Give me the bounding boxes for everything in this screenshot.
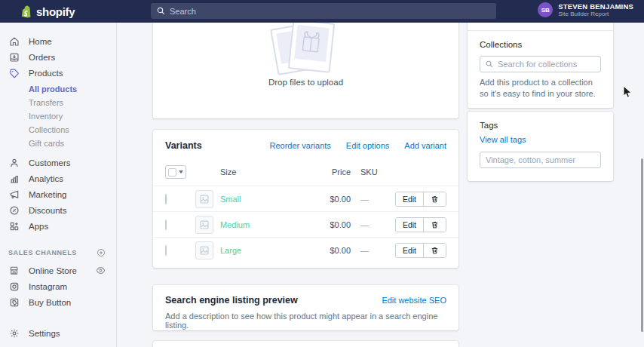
sidebar-item-apps[interactable]: Apps xyxy=(0,218,116,234)
shopify-bag-icon xyxy=(20,5,32,19)
add-variant-link[interactable]: Add variant xyxy=(404,141,446,150)
sidebar-item-label: Orders xyxy=(29,53,55,62)
orders-icon xyxy=(8,51,20,63)
variant-row-small: Small $0.00 — Edit xyxy=(153,186,458,211)
topbar: shopify Search SB STEVEN BENJAMINS Site … xyxy=(0,0,644,23)
edit-options-link[interactable]: Edit options xyxy=(346,141,389,150)
tags-card: Tags View all tags xyxy=(468,112,613,181)
variant-sku: — xyxy=(360,246,391,255)
variants-card: Variants Reorder variants Edit options A… xyxy=(153,130,458,268)
variant-image-placeholder-icon[interactable] xyxy=(195,216,213,234)
sidebar-item-settings[interactable]: Settings xyxy=(0,325,116,341)
sidebar-item-instagram[interactable]: Instagram xyxy=(0,278,116,294)
user-name: STEVEN BENJAMINS xyxy=(558,2,633,11)
sidebar-item-discounts[interactable]: Discounts xyxy=(0,202,116,218)
sidebar-item-label: Online Store xyxy=(29,266,77,275)
customers-icon xyxy=(8,157,20,168)
seo-card: Search engine listing preview Edit websi… xyxy=(153,285,458,330)
row-checkbox[interactable] xyxy=(165,194,167,204)
sidebar-item-label: Marketing xyxy=(29,190,67,199)
variant-link[interactable]: Medium xyxy=(220,220,250,229)
tags-field[interactable] xyxy=(486,155,595,164)
avatar: SB xyxy=(538,2,553,17)
shopify-logo[interactable]: shopify xyxy=(20,5,75,19)
sidebar-item-label: Home xyxy=(29,37,52,46)
apps-icon xyxy=(8,220,20,232)
instagram-icon xyxy=(8,281,20,292)
search-placeholder: Search xyxy=(170,7,196,16)
sidebar-item-collections[interactable]: Collections xyxy=(0,123,116,137)
sidebar-item-products[interactable]: Products xyxy=(0,65,116,81)
variants-table-header: Size Price SKU xyxy=(153,158,458,186)
delete-variant-button[interactable] xyxy=(423,218,446,232)
view-online-store-icon[interactable] xyxy=(96,266,106,275)
reorder-variants-link[interactable]: Reorder variants xyxy=(270,141,331,150)
edit-variant-button[interactable]: Edit xyxy=(396,192,423,206)
sidebar-item-inventory[interactable]: Inventory xyxy=(0,109,116,123)
variants-title: Variants xyxy=(165,140,202,151)
sidebar-item-label: Products xyxy=(29,69,63,78)
gear-icon xyxy=(8,327,20,339)
marketing-icon xyxy=(8,189,20,200)
edit-website-seo-link[interactable]: Edit website SEO xyxy=(382,296,446,305)
global-search-input[interactable]: Search xyxy=(151,3,496,19)
tags-title: Tags xyxy=(480,121,601,130)
row-checkbox[interactable] xyxy=(165,245,167,256)
sidebar-item-buy-button[interactable]: Buy Button xyxy=(0,294,116,310)
upload-images-illustration xyxy=(272,20,340,78)
column-header-size: Size xyxy=(220,167,319,177)
variant-image-placeholder-icon[interactable] xyxy=(195,241,213,259)
sidebar-item-home[interactable]: Home xyxy=(0,33,116,49)
sidebar-item-label: Instagram xyxy=(29,282,67,291)
sidebar-item-marketing[interactable]: Marketing xyxy=(0,186,116,202)
sidebar-item-customers[interactable]: Customers xyxy=(0,155,116,170)
user-menu[interactable]: SB STEVEN BENJAMINS Site Builder Report xyxy=(538,2,633,17)
sales-channels-header: SALES CHANNELS xyxy=(0,247,116,259)
home-icon xyxy=(8,35,20,47)
drop-files-label: Drop files to upload xyxy=(153,78,458,87)
collections-search-field[interactable] xyxy=(498,60,595,69)
sidebar-item-label: Customers xyxy=(29,158,71,167)
sidebar-item-transfers[interactable]: Transfers xyxy=(0,96,116,109)
delete-variant-button[interactable] xyxy=(423,244,446,257)
delete-variant-button[interactable] xyxy=(423,192,446,206)
view-all-tags-link[interactable]: View all tags xyxy=(480,135,526,144)
variant-row-large: Large $0.00 — Edit xyxy=(153,237,458,263)
variant-link[interactable]: Small xyxy=(220,195,241,204)
variant-sku: — xyxy=(360,195,391,204)
variant-link[interactable]: Large xyxy=(220,246,241,255)
next-card-partial xyxy=(153,341,458,347)
collections-help-text: Add this product to a collection so it's… xyxy=(480,77,601,100)
scrollbar-thumb[interactable] xyxy=(641,158,643,332)
sidebar-item-orders[interactable]: Orders xyxy=(0,49,116,65)
products-tag-icon xyxy=(8,67,20,78)
sidebar: Home Orders Products All products Transf… xyxy=(0,23,117,347)
tags-input[interactable] xyxy=(480,152,601,168)
collections-card: Collections Add this product to a collec… xyxy=(468,14,613,108)
select-all-dropdown[interactable] xyxy=(165,165,186,179)
add-channel-icon[interactable] xyxy=(97,248,106,257)
column-header-sku: SKU xyxy=(360,167,391,177)
edit-variant-button[interactable]: Edit xyxy=(396,218,423,232)
sidebar-item-all-products[interactable]: All products xyxy=(0,82,116,96)
sidebar-item-online-store[interactable]: Online Store xyxy=(0,263,116,278)
edit-variant-button[interactable]: Edit xyxy=(396,244,423,257)
variant-image-placeholder-icon[interactable] xyxy=(195,190,213,208)
seo-description: Add a description to see how this produc… xyxy=(153,312,458,330)
sidebar-item-analytics[interactable]: Analytics xyxy=(0,170,116,186)
sidebar-item-label: Apps xyxy=(29,222,48,231)
variant-price: $0.00 xyxy=(319,246,351,255)
online-store-icon xyxy=(8,265,20,276)
collections-search-input[interactable] xyxy=(480,56,601,72)
row-checkbox[interactable] xyxy=(165,220,167,230)
sidebar-item-label: Discounts xyxy=(29,206,67,215)
product-images-card: Drop files to upload xyxy=(153,14,458,118)
sidebar-item-gift-cards[interactable]: Gift cards xyxy=(0,137,116,150)
discounts-icon xyxy=(8,204,20,216)
buy-button-icon xyxy=(8,296,20,308)
select-all-checkbox[interactable] xyxy=(168,168,176,177)
sidebar-item-label: Settings xyxy=(29,329,60,338)
column-header-price: Price xyxy=(319,167,351,177)
sidebar-item-label: Analytics xyxy=(29,174,63,183)
sales-channels-label: SALES CHANNELS xyxy=(8,249,77,256)
